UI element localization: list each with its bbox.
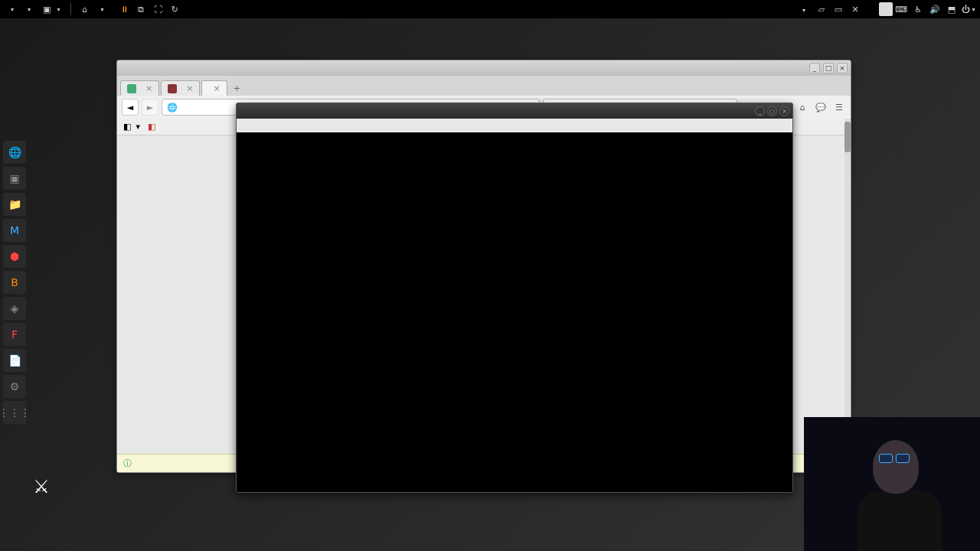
dock-armitage[interactable]: ⬢ <box>3 245 26 268</box>
info-icon: ⓘ <box>123 458 132 469</box>
back-button[interactable]: ◄ <box>122 99 139 116</box>
viking-logo: ⚔ <box>23 468 60 505</box>
places-menu[interactable] <box>20 6 37 13</box>
terminal-window: _ ○ × <box>236 103 793 493</box>
dock-tweak[interactable]: ⚙ <box>3 375 26 398</box>
new-tab-button[interactable]: + <box>229 81 245 96</box>
tab-kali[interactable]: × <box>120 80 159 96</box>
separator <box>70 3 71 15</box>
terminal-output[interactable] <box>237 132 792 492</box>
terminal-titlebar[interactable]: _ ○ × <box>237 103 792 119</box>
maximize-button[interactable]: □ <box>823 63 834 73</box>
vm-icon-1[interactable]: ▱ <box>813 2 830 16</box>
volume-icon[interactable]: 🔊 <box>926 2 943 16</box>
dock-maltego[interactable]: ◈ <box>3 297 26 320</box>
player-menu[interactable] <box>93 6 109 13</box>
vm-icon-2[interactable]: ▭ <box>830 2 847 16</box>
terminal-menu[interactable]: ▣ <box>37 5 66 15</box>
watermark: ⚔ <box>23 468 66 505</box>
bookmark-most-visited[interactable]: ◧▾ <box>123 122 140 132</box>
terminal-icon: ▣ <box>43 5 51 15</box>
tab-strip: × × × + <box>117 76 851 96</box>
globe-icon: 🌐 <box>167 103 178 112</box>
minimize-button[interactable]: _ <box>809 63 820 73</box>
fullscreen-icon[interactable]: ⛶ <box>149 2 166 16</box>
dock-show-apps[interactable]: ⋮⋮⋮ <box>3 401 26 424</box>
forward-button[interactable]: ► <box>142 99 158 116</box>
workspace-indicator[interactable] <box>879 2 893 16</box>
snapshot-icon[interactable]: ⧉ <box>132 2 149 16</box>
chat-icon[interactable]: 💬 <box>814 100 828 114</box>
dock-burp[interactable]: B <box>3 271 26 294</box>
power-icon[interactable]: ⏻ <box>960 2 977 16</box>
dock-iceweasel[interactable]: 🌐 <box>3 141 26 164</box>
gnome-top-panel: ▣ ⌂ ⏸ ⧉ ⛶ ↻ ▱ ▭ ✕ ⌨ ♿ 🔊 ⬒ ⏻ <box>0 0 980 18</box>
keyboard-icon[interactable]: ⌨ <box>893 2 910 16</box>
home-icon[interactable]: ⌂ <box>795 100 809 114</box>
minimize-button[interactable]: _ <box>755 106 765 116</box>
unity-icon[interactable]: ↻ <box>166 2 183 16</box>
network-icon[interactable]: ⬒ <box>943 2 960 16</box>
tab-dvwa[interactable]: × <box>161 80 200 96</box>
close-icon[interactable]: × <box>145 83 152 93</box>
pause-icon[interactable]: ⏸ <box>116 2 132 16</box>
browser-titlebar[interactable]: _ □ × <box>117 60 851 76</box>
favicon-icon <box>127 84 136 93</box>
vm-name-dropdown[interactable] <box>793 5 813 15</box>
tab-apache[interactable]: × <box>201 80 227 96</box>
close-button[interactable]: × <box>837 63 848 73</box>
scrollbar[interactable] <box>844 119 851 454</box>
hamburger-icon[interactable]: ☰ <box>832 100 846 114</box>
maximize-button[interactable]: ○ <box>767 106 777 116</box>
vmware-home-icon[interactable]: ⌂ <box>76 2 93 16</box>
dock-metasploit[interactable]: M <box>3 219 26 242</box>
dock-files[interactable]: 📁 <box>3 193 26 216</box>
bookmark-offensive[interactable]: ◧ <box>148 122 158 132</box>
close-icon[interactable]: × <box>213 83 220 93</box>
close-icon[interactable]: × <box>186 83 193 93</box>
vm-icon-3[interactable]: ✕ <box>847 2 864 16</box>
folder-icon: ◧ <box>148 122 155 132</box>
folder-icon: ◧ <box>123 122 131 132</box>
close-button[interactable]: × <box>779 106 789 116</box>
dock-terminal[interactable]: ▣ <box>3 167 26 190</box>
favicon-icon <box>168 84 177 93</box>
webcam-overlay <box>804 417 980 551</box>
dock: 🌐 ▣ 📁 M ⬢ B ◈ F 📄 ⚙ ⋮⋮⋮ <box>3 141 28 424</box>
accessibility-icon[interactable]: ♿ <box>910 2 926 16</box>
applications-menu[interactable] <box>3 6 20 13</box>
dock-leafpad[interactable]: 📄 <box>3 349 26 372</box>
dock-faraday[interactable]: F <box>3 323 26 346</box>
desktop: 🌐 ▣ 📁 M ⬢ B ◈ F 📄 ⚙ ⋮⋮⋮ _ □ × × × × + ◄ … <box>0 18 980 551</box>
terminal-menubar <box>237 119 792 132</box>
